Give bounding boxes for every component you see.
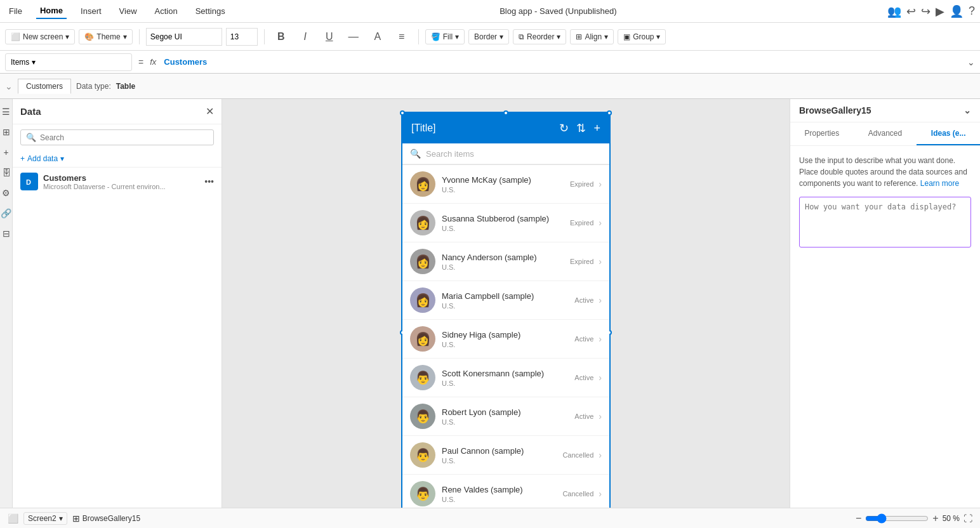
avatar: 👨: [410, 404, 435, 429]
menu-file[interactable]: File: [5, 4, 26, 18]
equals-icon[interactable]: =: [135, 57, 147, 67]
expand-icon[interactable]: ⌄: [967, 57, 975, 67]
sidebar-variables-icon[interactable]: ⚙: [0, 185, 13, 201]
handle-tr[interactable]: [607, 110, 612, 116]
sidebar-menu-icon[interactable]: ☰: [0, 104, 13, 119]
play-icon[interactable]: ▶: [936, 4, 944, 18]
data-source-item[interactable]: D Customers Microsoft Dataverse - Curren…: [13, 167, 222, 195]
menu-view[interactable]: View: [116, 4, 141, 18]
avatar: 👨: [410, 481, 435, 506]
add-icon[interactable]: +: [593, 122, 600, 135]
font-size-input[interactable]: [226, 28, 258, 46]
menu-settings[interactable]: Settings: [192, 4, 229, 18]
fullscreen-icon[interactable]: ⛶: [963, 513, 972, 524]
handle-tc[interactable]: [503, 110, 508, 116]
close-icon[interactable]: ✕: [206, 105, 214, 117]
italic-button[interactable]: I: [295, 27, 315, 47]
align-button[interactable]: ≡: [392, 27, 412, 47]
data-panel-search-box[interactable]: 🔍: [20, 129, 214, 145]
theme-button[interactable]: 🎨 Theme ▾: [79, 29, 132, 44]
tab-advanced[interactable]: Advanced: [854, 122, 917, 145]
tab-properties[interactable]: Properties: [790, 122, 854, 145]
font-selector[interactable]: [146, 28, 222, 46]
refresh-icon[interactable]: ↻: [559, 121, 569, 135]
gallery-item[interactable]: 👩 Susanna Stubberod (sample) U.S. Expire…: [402, 204, 609, 242]
sidebar-components-icon[interactable]: ⊟: [0, 226, 13, 241]
bold-button[interactable]: B: [271, 27, 291, 47]
align-button[interactable]: ⊞ Align ▾: [570, 29, 614, 44]
zoom-in-button[interactable]: +: [932, 513, 938, 524]
chevron-down-icon: ▾: [123, 32, 127, 41]
gallery-item[interactable]: 👩 Sidney Higa (sample) U.S. Active ›: [402, 320, 609, 359]
gallery-item-name: Paul Cannon (sample): [442, 446, 562, 456]
learn-more-link[interactable]: Learn more: [920, 179, 959, 188]
sidebar-data-icon[interactable]: 🗄: [0, 165, 13, 180]
avatar: 👩: [410, 249, 435, 274]
gallery-item[interactable]: 👩 Yvonne McKay (sample) U.S. Expired ›: [402, 164, 609, 204]
sort-icon[interactable]: ⇅: [576, 121, 586, 135]
gallery-item[interactable]: 👨 Rene Valdes (sample) U.S. Cancelled ›: [402, 475, 609, 508]
gallery-item-info: Robert Lyon (sample) U.S.: [435, 407, 574, 426]
screen-selector[interactable]: Screen2 ▾: [23, 512, 67, 525]
gallery-header: [Title] ↻ ⇅ +: [402, 113, 609, 143]
search-input[interactable]: [40, 133, 208, 142]
gallery-widget[interactable]: [Title] ↻ ⇅ + 🔍 Search items 👩 Yvonne Mc…: [401, 112, 611, 508]
gallery-title: [Title]: [411, 122, 436, 134]
menu-action[interactable]: Action: [151, 4, 182, 18]
tab-ideas[interactable]: Ideas (e...: [917, 122, 980, 145]
gallery-item-info: Sidney Higa (sample) U.S.: [435, 330, 574, 348]
chevron-down-icon[interactable]: ⌄: [5, 81, 13, 91]
gallery-header-icons: ↻ ⇅ +: [559, 121, 600, 135]
chevron-right-icon: ›: [599, 450, 602, 460]
reorder-button[interactable]: ⧉ Reorder ▾: [513, 29, 566, 44]
gallery-search-bar[interactable]: 🔍 Search items: [402, 143, 609, 164]
gallery-item[interactable]: 👨 Paul Cannon (sample) U.S. Cancelled ›: [402, 436, 609, 475]
handle-tl[interactable]: [400, 110, 405, 116]
gallery-item[interactable]: 👨 Robert Lyon (sample) U.S. Active ›: [402, 397, 609, 436]
menu-insert[interactable]: Insert: [77, 4, 105, 18]
coauthoring-icon[interactable]: 👥: [887, 4, 901, 18]
zoom-slider[interactable]: [865, 513, 929, 524]
gallery-item-info: Nancy Anderson (sample) U.S.: [435, 253, 570, 271]
more-icon[interactable]: •••: [204, 176, 214, 187]
underline-button[interactable]: U: [319, 27, 340, 47]
sidebar-connections-icon[interactable]: 🔗: [0, 206, 14, 221]
strikethrough-button[interactable]: —: [343, 27, 364, 47]
gallery-item[interactable]: 👩 Nancy Anderson (sample) U.S. Expired ›: [402, 242, 609, 281]
account-icon[interactable]: 👤: [950, 4, 963, 18]
new-screen-button[interactable]: ⬜ New screen ▾: [5, 29, 75, 44]
chevron-down-icon: ▾: [604, 32, 608, 41]
avatar: 👩: [410, 326, 435, 352]
ideas-input[interactable]: [799, 197, 971, 248]
gallery-item[interactable]: 👩 Maria Campbell (sample) U.S. Active ›: [402, 281, 609, 320]
add-data-button[interactable]: + Add data ▾: [13, 150, 222, 167]
help-icon[interactable]: ?: [969, 4, 975, 18]
group-button[interactable]: ▣ Group ▾: [618, 29, 666, 44]
sidebar-insert-icon[interactable]: +: [1, 145, 11, 160]
right-panel-content: Use the input to describe what you want …: [790, 146, 980, 508]
customers-tab[interactable]: Customers: [18, 79, 71, 94]
expand-icon[interactable]: ⌄: [963, 105, 971, 116]
font-color-button[interactable]: A: [368, 27, 388, 47]
redo-icon[interactable]: ↪: [921, 4, 930, 18]
gallery-item-sub: U.S.: [442, 263, 570, 271]
property-dropdown[interactable]: Items ▾: [5, 53, 132, 71]
gallery-item-name: Scott Konersmann (sample): [442, 369, 574, 378]
chevron-right-icon: ›: [599, 373, 602, 383]
menu-home[interactable]: Home: [36, 3, 67, 19]
chevron-down-icon: ▾: [557, 32, 560, 41]
screen-icon: ⬜: [8, 513, 18, 524]
chevron-down-icon: ▾: [59, 514, 63, 523]
border-button[interactable]: Border ▾: [468, 29, 509, 44]
avatar: 👨: [410, 365, 435, 390]
fill-icon: 🪣: [431, 32, 440, 41]
gallery-item-name: Nancy Anderson (sample): [442, 253, 570, 262]
toolbar: ⬜ New screen ▾ 🎨 Theme ▾ B I U — A ≡ 🪣 F…: [0, 23, 980, 51]
gallery-item[interactable]: 👨 Scott Konersmann (sample) U.S. Active …: [402, 359, 609, 397]
undo-icon[interactable]: ↩: [906, 4, 916, 18]
gallery-item-info: Maria Campbell (sample) U.S.: [435, 291, 574, 310]
fill-button[interactable]: 🪣 Fill ▾: [425, 29, 465, 44]
formula-input[interactable]: [161, 53, 965, 71]
sidebar-layers-icon[interactable]: ⊞: [0, 124, 13, 140]
zoom-out-button[interactable]: −: [856, 513, 861, 524]
